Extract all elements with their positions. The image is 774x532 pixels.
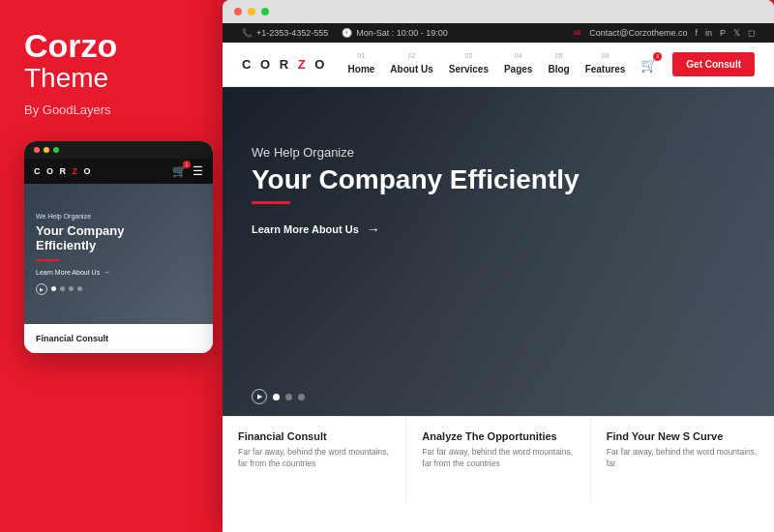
card-analyze-opportunities: Analyze The Opportunities Far far away, … — [406, 417, 590, 503]
site-logo: C O R Z O — [242, 57, 327, 72]
mobile-bottom-section: Financial Consult — [24, 324, 213, 353]
mobile-cta-arrow-icon: → — [104, 269, 110, 276]
nav-item-services[interactable]: 03 Services — [449, 52, 489, 76]
mobile-nav-bar: C O R Z O 🛒 1 ☰ — [24, 159, 213, 184]
get-consult-button[interactable]: Get Consult — [672, 52, 755, 76]
card-text-1: Far far away, behind the word mountains,… — [238, 447, 390, 470]
mobile-slide-dot-1[interactable] — [51, 286, 56, 291]
left-panel: Corzo Theme By GoodLayers C O R Z O 🛒 1 … — [0, 0, 237, 532]
hero-cta-arrow-icon: → — [367, 222, 380, 237]
card-title-1: Financial Consult — [238, 430, 390, 442]
mobile-cart-badge: 1 — [183, 161, 191, 168]
browser-dot-green — [261, 8, 269, 15]
mobile-hero: We Help Organize Your CompanyEfficiently… — [24, 184, 213, 324]
mobile-logo: C O R Z O — [34, 166, 93, 176]
mobile-hero-line — [36, 259, 60, 261]
nav-cart-badge: 1 — [653, 52, 662, 61]
nav-item-home[interactable]: 01 Home — [348, 52, 375, 76]
site-hero: We Help Organize Your Company Efficientl… — [223, 87, 774, 416]
pinterest-icon[interactable]: P — [720, 28, 726, 38]
mobile-slide-dot-4[interactable] — [77, 286, 82, 291]
nav-cart-icon[interactable]: 🛒 1 — [640, 57, 657, 73]
mobile-hero-slide-dots: ▶ — [36, 283, 201, 295]
twitter-icon[interactable]: 𝕏 — [733, 28, 740, 38]
hero-play-button[interactable]: ▶ — [252, 389, 267, 404]
mobile-mockup: C O R Z O 🛒 1 ☰ We Help Organize Your Co… — [24, 141, 213, 353]
mobile-hero-title: Your CompanyEfficiently — [36, 223, 201, 253]
nav-menu: 01 Home 02 About Us 03 Services 04 Pages… — [348, 52, 755, 76]
nav-item-blog[interactable]: 05 Blog — [548, 52, 569, 76]
site-topbar: 📞 +1-2353-4352-555 🕙 Mon-Sat : 10:00 - 1… — [223, 23, 774, 43]
email-icon: ✉ — [574, 28, 581, 38]
mobile-hero-content: We Help Organize Your CompanyEfficiently… — [36, 213, 201, 295]
brand-author: By GoodLayers — [24, 103, 213, 117]
instagram-icon[interactable]: ◻ — [748, 28, 755, 38]
mobile-window-dots — [34, 147, 59, 153]
mobile-slide-dot-2[interactable] — [60, 286, 65, 291]
mobile-chrome-bar — [24, 141, 213, 159]
topbar-right: ✉ Contact@Corzotheme.co f in P 𝕏 ◻ — [574, 28, 755, 38]
linkedin-icon[interactable]: in — [705, 28, 712, 38]
hero-subtext: We Help Organize — [252, 145, 745, 160]
nav-item-features[interactable]: 06 Features — [585, 52, 626, 76]
mobile-dot-green — [53, 147, 59, 153]
mobile-hero-cta[interactable]: Learn More About Us → — [36, 269, 201, 276]
topbar-hours: 🕙 Mon-Sat : 10:00 - 19:00 — [342, 28, 448, 38]
hero-content: We Help Organize Your Company Efficientl… — [223, 87, 774, 266]
mobile-dot-red — [34, 147, 40, 153]
card-find-new-curve: Find Your New S Curve Far far away, behi… — [591, 417, 774, 503]
mobile-cart-icon[interactable]: 🛒 1 — [172, 164, 187, 178]
bottom-cards: Financial Consult Far far away, behind t… — [223, 416, 774, 503]
hero-main-title: Your Company Efficiently — [252, 165, 745, 195]
nav-item-pages[interactable]: 04 Pages — [504, 52, 532, 76]
mobile-play-button[interactable]: ▶ — [36, 283, 47, 295]
mobile-nav-icons: 🛒 1 ☰ — [172, 164, 203, 178]
facebook-icon[interactable]: f — [695, 28, 698, 38]
card-text-3: Far far away, behind the word mountains,… — [607, 447, 759, 470]
nav-item-about[interactable]: 02 About Us — [390, 52, 432, 76]
browser-dot-red — [234, 8, 242, 15]
mobile-hamburger-icon[interactable]: ☰ — [193, 164, 203, 178]
hero-slide-dot-3[interactable] — [298, 394, 305, 400]
hero-title-underline — [252, 201, 290, 204]
browser-window: 📞 +1-2353-4352-555 🕙 Mon-Sat : 10:00 - 1… — [223, 0, 774, 532]
topbar-left: 📞 +1-2353-4352-555 🕙 Mon-Sat : 10:00 - 1… — [242, 28, 448, 38]
browser-chrome — [223, 0, 774, 23]
site-navbar: C O R Z O 01 Home 02 About Us 03 Service… — [223, 43, 774, 87]
brand-subtitle: Theme — [24, 62, 213, 95]
mobile-hero-subtext: We Help Organize — [36, 213, 201, 220]
card-title-3: Find Your New S Curve — [607, 430, 759, 442]
card-title-2: Analyze The Opportunities — [422, 430, 574, 442]
mobile-slide-dot-3[interactable] — [69, 286, 74, 291]
card-financial-consult: Financial Consult Far far away, behind t… — [223, 417, 406, 503]
mobile-section-title: Financial Consult — [36, 334, 201, 343]
phone-icon: 📞 — [242, 28, 253, 38]
mobile-dot-yellow — [44, 147, 49, 153]
topbar-phone: 📞 +1-2353-4352-555 — [242, 28, 328, 38]
hero-slide-dot-1[interactable] — [273, 394, 280, 400]
browser-dot-yellow — [248, 8, 255, 15]
right-panel: 📞 +1-2353-4352-555 🕙 Mon-Sat : 10:00 - 1… — [223, 0, 774, 532]
card-text-2: Far far away, behind the word mountains,… — [422, 447, 574, 470]
brand-name: Corzo — [24, 29, 213, 62]
hero-slide-dot-2[interactable] — [285, 394, 292, 400]
hero-bottom-controls: ▶ — [252, 389, 305, 404]
hero-cta[interactable]: Learn More About Us → — [252, 222, 745, 237]
clock-icon: 🕙 — [342, 28, 352, 38]
